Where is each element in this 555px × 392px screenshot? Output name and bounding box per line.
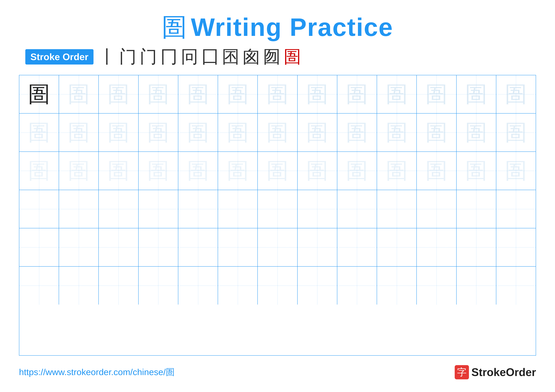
grid-cell[interactable]: 圄 bbox=[377, 75, 417, 113]
grid-cell[interactable] bbox=[19, 228, 59, 266]
stroke-step-9: 囫 bbox=[263, 48, 280, 65]
stroke-order-badge: Stroke Order bbox=[25, 49, 94, 64]
grid-cell[interactable] bbox=[19, 267, 59, 305]
grid-cell[interactable]: 圄 bbox=[139, 75, 178, 113]
grid-cell[interactable]: 圄 bbox=[457, 75, 496, 113]
grid-cell[interactable]: 圄 bbox=[258, 114, 297, 151]
grid-cell[interactable] bbox=[337, 267, 377, 305]
grid-cell[interactable]: 圄 bbox=[496, 114, 536, 151]
grid-cell[interactable]: 圄 bbox=[457, 152, 496, 190]
grid-cell[interactable]: 圄 bbox=[99, 75, 139, 113]
grid-cell[interactable]: 圄 bbox=[298, 114, 337, 151]
grid-cell[interactable]: 圄 bbox=[258, 152, 297, 190]
grid-cell[interactable] bbox=[258, 228, 297, 266]
stroke-step-7: 囨 bbox=[222, 48, 239, 65]
grid-cell[interactable] bbox=[139, 190, 178, 228]
grid-cell[interactable] bbox=[99, 190, 139, 228]
grid-cell[interactable] bbox=[496, 228, 536, 266]
grid-cell[interactable]: 圄 bbox=[59, 152, 99, 190]
grid-cell[interactable] bbox=[59, 228, 99, 266]
grid-cell[interactable] bbox=[258, 267, 297, 305]
grid-cell[interactable] bbox=[377, 267, 417, 305]
grid-cell[interactable]: 圄 bbox=[298, 152, 337, 190]
stroke-step-3: 门 bbox=[140, 48, 157, 65]
grid-cell[interactable] bbox=[218, 190, 258, 228]
page: 圄 Writing Practice Stroke Order 丨 门 门 冂 … bbox=[0, 0, 555, 392]
grid-cell[interactable]: 圄 bbox=[59, 114, 99, 151]
grid-cell[interactable] bbox=[417, 190, 456, 228]
grid-cell[interactable] bbox=[377, 190, 417, 228]
grid-cell[interactable]: 圄 bbox=[19, 75, 59, 113]
grid-cell[interactable]: 圄 bbox=[218, 152, 258, 190]
grid-cell[interactable] bbox=[496, 267, 536, 305]
grid-cell[interactable]: 圄 bbox=[218, 114, 258, 151]
grid-cell[interactable]: 圄 bbox=[178, 75, 218, 113]
grid-cell[interactable] bbox=[337, 228, 377, 266]
grid-cell[interactable]: 圄 bbox=[139, 114, 178, 151]
practice-grid: 圄圄圄圄圄圄圄圄圄圄圄圄圄圄圄圄圄圄圄圄圄圄圄圄圄圄圄圄圄圄圄圄圄圄圄圄圄圄圄 bbox=[19, 75, 536, 356]
grid-cell[interactable]: 圄 bbox=[19, 152, 59, 190]
grid-cell[interactable]: 圄 bbox=[99, 114, 139, 151]
grid-cell[interactable] bbox=[139, 228, 178, 266]
footer-url[interactable]: https://www.strokeorder.com/chinese/圄 bbox=[19, 366, 175, 378]
stroke-step-8: 囪 bbox=[242, 48, 260, 65]
grid-cell[interactable] bbox=[99, 267, 139, 305]
stroke-order-row: Stroke Order 丨 门 门 冂 冋 囗 囨 囪 囫 圄 bbox=[19, 48, 536, 65]
stroke-step-4: 冂 bbox=[160, 48, 178, 65]
grid-cell[interactable]: 圄 bbox=[496, 75, 536, 113]
grid-cell[interactable] bbox=[417, 228, 456, 266]
grid-cell[interactable] bbox=[298, 228, 337, 266]
grid-cell[interactable]: 圄 bbox=[178, 152, 218, 190]
grid-cell[interactable]: 圄 bbox=[377, 114, 417, 151]
grid-cell[interactable] bbox=[19, 190, 59, 228]
grid-cell[interactable]: 圄 bbox=[337, 75, 377, 113]
grid-cell[interactable]: 圄 bbox=[59, 75, 99, 113]
grid-cell[interactable]: 圄 bbox=[457, 114, 496, 151]
grid-cell[interactable] bbox=[139, 267, 178, 305]
grid-cell[interactable]: 圄 bbox=[496, 152, 536, 190]
grid-row bbox=[19, 228, 536, 267]
footer-logo: 字 StrokeOrder bbox=[455, 365, 536, 379]
grid-cell[interactable] bbox=[258, 190, 297, 228]
grid-cell[interactable]: 圄 bbox=[417, 152, 456, 190]
stroke-step-6: 囗 bbox=[201, 48, 219, 65]
grid-cell[interactable]: 圄 bbox=[178, 114, 218, 151]
grid-cell[interactable] bbox=[218, 267, 258, 305]
grid-cell[interactable] bbox=[178, 267, 218, 305]
title-row: 圄 Writing Practice bbox=[162, 13, 393, 42]
grid-cell[interactable]: 圄 bbox=[99, 152, 139, 190]
grid-cell[interactable]: 圄 bbox=[19, 114, 59, 151]
grid-cell[interactable]: 圄 bbox=[417, 75, 456, 113]
grid-cell[interactable]: 圄 bbox=[258, 75, 297, 113]
grid-cell[interactable] bbox=[218, 228, 258, 266]
grid-cell[interactable] bbox=[457, 190, 496, 228]
grid-cell[interactable]: 圄 bbox=[139, 152, 178, 190]
page-title: Writing Practice bbox=[191, 13, 393, 42]
logo-icon: 字 bbox=[455, 365, 469, 379]
grid-cell[interactable] bbox=[457, 267, 496, 305]
grid-cell[interactable]: 圄 bbox=[218, 75, 258, 113]
grid-cell[interactable]: 圄 bbox=[337, 152, 377, 190]
grid-cell[interactable] bbox=[178, 228, 218, 266]
grid-cell[interactable] bbox=[298, 267, 337, 305]
grid-row bbox=[19, 190, 536, 228]
grid-row: 圄圄圄圄圄圄圄圄圄圄圄圄圄 bbox=[19, 114, 536, 152]
grid-cell[interactable] bbox=[496, 190, 536, 228]
grid-cell[interactable]: 圄 bbox=[337, 114, 377, 151]
grid-cell[interactable]: 圄 bbox=[377, 152, 417, 190]
grid-cell[interactable] bbox=[178, 190, 218, 228]
grid-cell[interactable] bbox=[298, 190, 337, 228]
stroke-step-5: 冋 bbox=[181, 48, 198, 65]
grid-cell[interactable] bbox=[377, 228, 417, 266]
grid-cell[interactable]: 圄 bbox=[417, 114, 456, 151]
grid-cell[interactable] bbox=[457, 228, 496, 266]
grid-cell[interactable] bbox=[59, 190, 99, 228]
stroke-step-10: 圄 bbox=[284, 48, 301, 65]
grid-cell[interactable] bbox=[59, 267, 99, 305]
grid-cell[interactable] bbox=[417, 267, 456, 305]
grid-cell[interactable]: 圄 bbox=[298, 75, 337, 113]
stroke-step-1: 丨 bbox=[99, 48, 116, 65]
stroke-steps: 丨 门 门 冂 冋 囗 囨 囪 囫 圄 bbox=[99, 48, 301, 65]
grid-cell[interactable] bbox=[99, 228, 139, 266]
grid-cell[interactable] bbox=[337, 190, 377, 228]
